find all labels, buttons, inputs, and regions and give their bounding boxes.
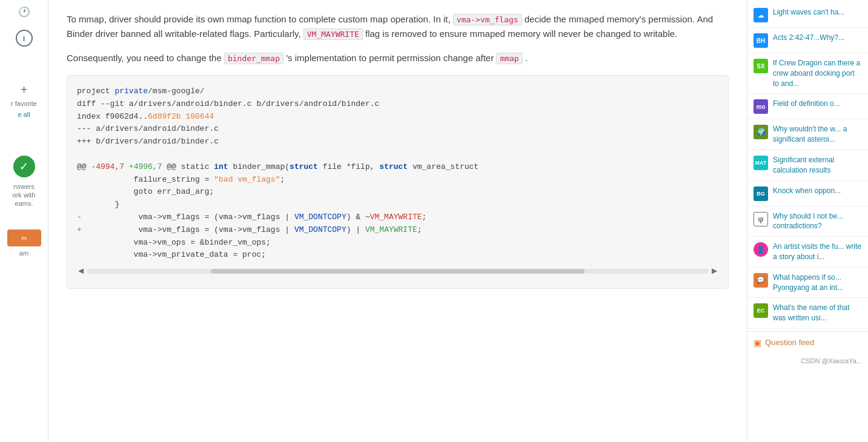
- csdn-footer: CSDN @XiaozaYa...: [747, 354, 868, 368]
- sidebar-link-3[interactable]: Field of definition o...: [773, 99, 840, 109]
- rss-icon: ▣: [754, 338, 761, 348]
- code-content: project private/msm-google/ diff --git a…: [77, 85, 718, 262]
- question-feed-section[interactable]: ▣ Question feed: [747, 331, 868, 354]
- avatar-7: φ: [754, 212, 768, 226]
- team-text: am: [7, 249, 41, 257]
- scroll-left-arrow[interactable]: ◀: [78, 266, 84, 275]
- sidebar-link-8[interactable]: An artist visits the fu... write a story…: [773, 242, 862, 262]
- see-all-link[interactable]: e all: [18, 110, 30, 119]
- avatar-1: BH: [754, 33, 768, 48]
- avatar-3: mo: [754, 99, 768, 114]
- sidebar-item-2[interactable]: SX If Crew Dragon can there a crew aboar…: [747, 53, 868, 94]
- avatar-6: BG: [754, 186, 768, 201]
- checkmark-icon: ✓: [13, 156, 35, 177]
- sidebar-link-9[interactable]: What happens if so... Pyongyang at an in…: [773, 272, 862, 293]
- avatar-0: ☁: [754, 8, 768, 22]
- add-icon[interactable]: +: [21, 83, 28, 97]
- favorite-text: r favorite: [11, 99, 37, 108]
- code-binder-mmap: binder_mmap: [224, 53, 283, 64]
- code-vma-flags: vma->vm_flags: [453, 14, 522, 25]
- question-feed-label[interactable]: ▣ Question feed: [754, 338, 862, 348]
- history-icon[interactable]: 🕐: [18, 6, 30, 18]
- sidebar-item-9[interactable]: 💬 What happens if so... Pyongyang at an …: [747, 268, 868, 299]
- avatar-5: MAT: [754, 156, 768, 170]
- code-line-1: project private/msm-google/ diff --git a…: [77, 87, 479, 259]
- sidebar-link-6[interactable]: Knock when oppon...: [773, 186, 841, 196]
- answers-text: nswersork witheams.: [13, 182, 36, 208]
- sidebar-items-container: ☁ Light waves can't ha... BH Acts 2:42-4…: [747, 0, 868, 329]
- sidebar-link-10[interactable]: What's the name of that was written usi.…: [773, 303, 862, 323]
- avatar-2: SX: [754, 59, 768, 73]
- main-content: To mmap, driver should provide its own m…: [48, 0, 747, 442]
- sidebar-item-7[interactable]: φ Why should I not be... contradictions?: [747, 206, 868, 237]
- sidebar-link-7[interactable]: Why should I not be... contradictions?: [773, 211, 862, 232]
- info-label: i: [23, 34, 25, 43]
- sidebar-link-0[interactable]: Light waves can't ha...: [773, 7, 844, 18]
- avatar-8: 👤: [754, 242, 768, 257]
- scrollbar-track[interactable]: [87, 269, 709, 274]
- sidebar-link-5[interactable]: Significant external calculation results: [773, 155, 862, 176]
- orange-button[interactable]: m: [7, 229, 41, 246]
- paragraph-1: To mmap, driver should provide its own m…: [67, 12, 729, 41]
- sidebar-item-3[interactable]: mo Field of definition o...: [747, 94, 868, 119]
- csdn-text: CSDN @XiaozaYa...: [801, 357, 862, 364]
- sidebar-link-4[interactable]: Why wouldn't the w... a significant aste…: [773, 124, 862, 145]
- sidebar-item-0[interactable]: ☁ Light waves can't ha...: [747, 2, 868, 28]
- sidebar-link-1[interactable]: Acts 2:42-47...Why?...: [773, 33, 844, 43]
- sidebar-item-1[interactable]: BH Acts 2:42-47...Why?...: [747, 28, 868, 53]
- right-sidebar: ☁ Light waves can't ha... BH Acts 2:42-4…: [747, 0, 868, 442]
- sidebar-item-10[interactable]: EC What's the name of that was written u…: [747, 298, 868, 329]
- sidebar-link-2[interactable]: If Crew Dragon can there a crew aboard d…: [773, 58, 862, 88]
- question-feed-text: Question feed: [765, 338, 814, 347]
- info-icon[interactable]: i: [16, 30, 33, 47]
- code-mmap: mmap: [496, 53, 522, 64]
- paragraph-2: Consequently, you need to change the bin…: [67, 51, 729, 65]
- code-block: project private/msm-google/ diff --git a…: [67, 75, 729, 289]
- scrollbar-thumb[interactable]: [211, 269, 584, 274]
- avatar-9: 💬: [754, 273, 768, 288]
- avatar-10: EC: [754, 303, 768, 318]
- avatar-4: 🌍: [754, 125, 768, 139]
- left-sidebar: 🕐 i + r favorite e all ✓ nswersork withe…: [0, 0, 48, 442]
- code-vm-maywrite: VM_MAYWRITE: [303, 28, 363, 40]
- sidebar-item-4[interactable]: 🌍 Why wouldn't the w... a significant as…: [747, 119, 868, 150]
- sidebar-item-6[interactable]: BG Knock when oppon...: [747, 181, 868, 206]
- scroll-right-arrow[interactable]: ▶: [712, 266, 717, 275]
- sidebar-item-5[interactable]: MAT Significant external calculation res…: [747, 150, 868, 181]
- sidebar-item-8[interactable]: 👤 An artist visits the fu... write a sto…: [747, 237, 868, 268]
